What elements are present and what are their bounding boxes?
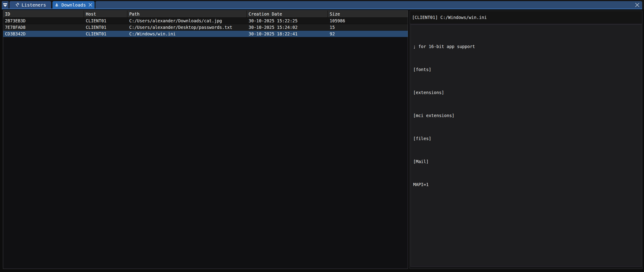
cell-id[interactable]: 7E78FAD8: [3, 24, 84, 31]
file-preview-title: [CLIENT01] C:/Windows/win.ini: [410, 11, 642, 24]
tab-bar-filler: [96, 1, 642, 9]
cell-creation-date[interactable]: 30-10-2025 18:22:41: [247, 31, 328, 37]
cell-path[interactable]: C:/Windows/win.ini: [128, 31, 247, 37]
tab-bar-underline: [2, 9, 642, 9]
satellite-dish-icon: [15, 3, 19, 7]
tab-listeners-label: Listeners: [22, 2, 46, 8]
table-row-selected[interactable]: CD3B342D CLIENT01 C:/Windows/win.ini 30-…: [3, 31, 408, 37]
tab-downloads-label: Downloads: [62, 2, 86, 8]
file-preview-line: [Mail]: [413, 158, 639, 165]
table-row[interactable]: 7E78FAD8 CLIENT01 C:/Users/alexander/Des…: [3, 24, 408, 31]
download-icon: [54, 3, 59, 7]
column-header-id[interactable]: ID: [3, 11, 84, 17]
column-header-host[interactable]: Host: [84, 11, 128, 17]
tab-bar: Listeners Downloads: [0, 0, 644, 9]
tab-listeners[interactable]: Listeners: [10, 1, 51, 9]
cell-creation-date[interactable]: 30-10-2025 15:24:02: [247, 24, 328, 31]
app-window: Listeners Downloads: [0, 0, 644, 272]
cell-path[interactable]: C:/Users/alexander/Desktop/passwords.txt: [128, 24, 247, 31]
cell-creation-date[interactable]: 30-10-2025 15:22:25: [247, 18, 328, 24]
file-preview-line: MAPI=1: [413, 181, 639, 188]
file-preview-panel: [CLIENT01] C:/Windows/win.ini ; for 16-b…: [410, 11, 642, 269]
cell-size[interactable]: 105986: [328, 18, 408, 24]
file-preview-line: [files]: [413, 135, 639, 142]
cell-path[interactable]: C:/Users/alexander/Downloads/cat.jpg: [128, 18, 247, 24]
cell-size[interactable]: 15: [328, 24, 408, 31]
cell-id[interactable]: CD3B342D: [3, 31, 84, 37]
file-preview-line: ; for 16-bit app support: [413, 43, 639, 50]
downloads-table: ID Host Path Creation Date Size 2B73EB3D…: [3, 10, 408, 269]
cell-id[interactable]: 2B73EB3D: [3, 18, 84, 24]
file-preview-line: [fonts]: [413, 66, 639, 73]
cell-host[interactable]: CLIENT01: [84, 18, 128, 24]
tab-overflow-icon: [3, 3, 8, 7]
column-header-path[interactable]: Path: [128, 11, 247, 17]
file-preview-line: [mci extensions]: [413, 112, 639, 119]
cell-size[interactable]: 92: [328, 31, 408, 37]
table-header-row: ID Host Path Creation Date Size: [3, 11, 408, 18]
cell-host[interactable]: CLIENT01: [84, 31, 128, 37]
table-row[interactable]: 2B73EB3D CLIENT01 C:/Users/alexander/Dow…: [3, 18, 408, 24]
cell-host[interactable]: CLIENT01: [84, 24, 128, 31]
file-preview-line: [extensions]: [413, 89, 639, 96]
file-preview-content: ; for 16-bit app support [fonts] [extens…: [410, 24, 642, 267]
panel-close-button[interactable]: [634, 2, 640, 8]
tab-downloads[interactable]: Downloads: [52, 1, 94, 9]
column-header-size[interactable]: Size: [328, 11, 408, 17]
column-header-creation-date[interactable]: Creation Date: [247, 11, 328, 17]
tab-close-button[interactable]: [88, 3, 92, 7]
tab-overflow-button[interactable]: [2, 1, 8, 9]
